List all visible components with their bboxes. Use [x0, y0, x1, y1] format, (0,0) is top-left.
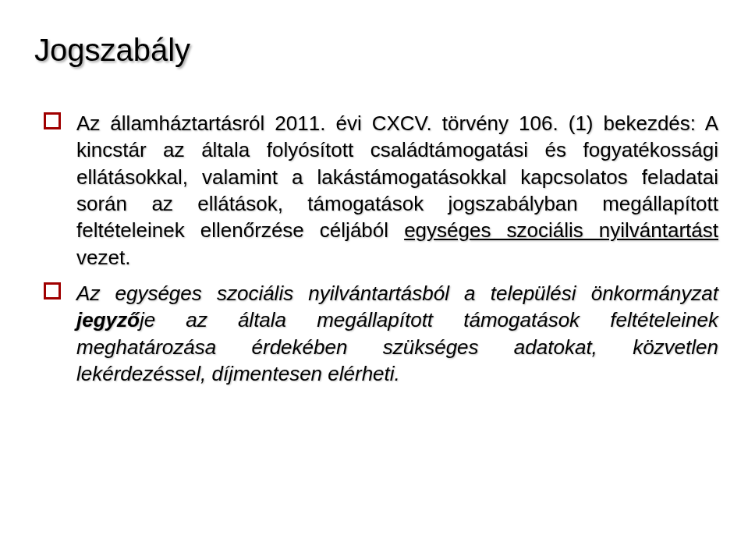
list-item-text: Az egységes szociális nyilvántartásból a… — [76, 282, 718, 385]
page-title: Jogszabály — [34, 33, 718, 68]
bullet-list: Az államháztartásról 2011. évi CXCV. tör… — [34, 110, 718, 387]
text-segment: je az általa megállapított támogatások f… — [76, 308, 718, 385]
list-item: Az államháztartásról 2011. évi CXCV. tör… — [44, 110, 718, 271]
text-segment: egységes szociális nyilvántartást — [404, 218, 718, 242]
square-bullet-icon — [44, 112, 61, 129]
text-segment: jegyző — [76, 308, 140, 331]
text-segment: Az egységes szociális nyilvántartásból a… — [76, 282, 718, 305]
list-item: Az egységes szociális nyilvántartásból a… — [44, 280, 718, 387]
text-segment: vezet. — [76, 246, 130, 269]
list-item-text: Az államháztartásról 2011. évi CXCV. tör… — [76, 112, 718, 269]
square-bullet-icon — [44, 282, 61, 299]
